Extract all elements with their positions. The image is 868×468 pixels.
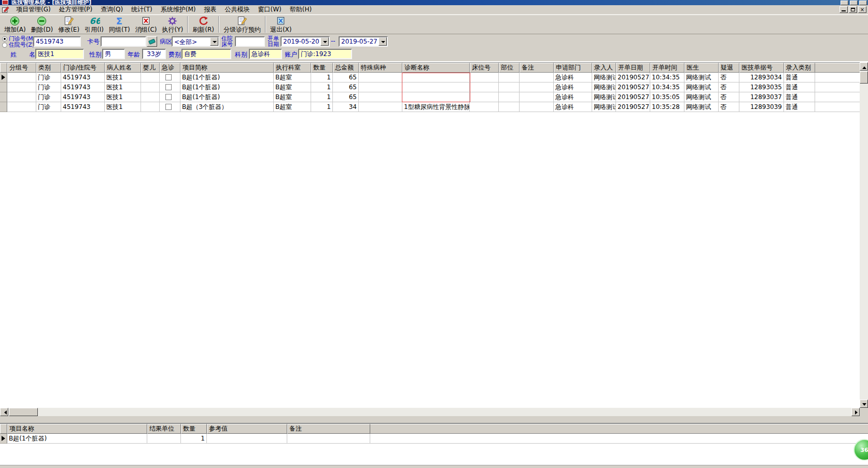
emergency-checkbox[interactable] [165,104,172,110]
category-cell[interactable]: 门诊 [36,73,61,82]
order_date-cell[interactable]: 20190527 [616,73,650,82]
age-field[interactable]: 33岁 [142,49,166,59]
horizontal-scroll-thumb[interactable] [9,408,38,416]
fee-type-field[interactable]: 自费 [181,49,231,59]
vertical-scrollbar[interactable] [860,62,868,408]
item_name-cell[interactable]: B超(1个脏器) [180,92,274,102]
doctor-cell[interactable]: 网络测试 [684,102,719,112]
mdi-close-button[interactable]: × [858,6,866,13]
scroll-down-button[interactable] [860,400,868,408]
refresh-button[interactable]: 刷新(R) [190,15,217,34]
menu-item-system-maintenance[interactable]: 系统维护(M) [157,5,200,15]
row-selector[interactable] [0,73,7,82]
menu-item-reports[interactable]: 报表 [200,5,221,15]
entry_by-cell[interactable]: 网络测试 [592,82,616,92]
order_time-cell[interactable]: 10:34:35 [650,82,684,92]
emergency-checkbox[interactable] [165,94,172,100]
special-cell[interactable] [359,73,402,82]
part-cell[interactable] [499,82,520,92]
patient-no-input[interactable] [33,36,81,47]
qty-cell[interactable]: 1 [311,92,333,102]
req_dept-cell[interactable]: 急诊科 [554,92,592,102]
refund-cell[interactable]: 否 [719,82,739,92]
table-row[interactable]: 门诊4519743医技1B超(1个脏器)B超室165急诊科网络测试2019052… [0,82,860,92]
infant-cell[interactable] [141,92,160,102]
order_date-cell[interactable]: 20190527 [616,82,650,92]
emergency-cell[interactable] [160,82,180,92]
delete-button[interactable]: 删除(D) [29,15,56,34]
patient_name-cell[interactable]: 医技1 [105,102,141,112]
diagnosis-cell[interactable] [402,82,470,92]
unit-cell[interactable] [147,434,181,444]
item_name-cell[interactable]: B超(1个脏器) [180,73,274,82]
vertical-scroll-thumb[interactable] [860,71,868,84]
refund-cell[interactable]: 否 [719,73,739,82]
mdi-minimize-button[interactable] [839,6,848,13]
visit_no-cell[interactable]: 4519743 [61,92,105,102]
emergency-cell[interactable] [160,73,180,82]
inpatient-radio[interactable] [2,43,7,48]
menu-item-prescription-management[interactable]: 处方管理(P) [55,5,97,15]
ungroup-button[interactable]: 消组(C) [133,15,160,34]
triage-appointment-button[interactable]: 分级诊疗预约 [221,15,263,34]
amount-cell[interactable]: 65 [333,73,359,82]
date-from-select[interactable]: 2019-05-20 [281,36,330,47]
account-field[interactable]: 门诊:1923 [298,49,352,59]
order_time-cell[interactable]: 10:35:28 [650,102,684,112]
patient-name-field[interactable]: 医技1 [35,49,84,59]
req_dept-cell[interactable]: 急诊科 [554,73,592,82]
execute-button[interactable]: 执行(Y) [160,15,186,34]
group_no-cell[interactable] [7,102,36,112]
visit_no-cell[interactable]: 4519743 [61,73,105,82]
bed_no-cell[interactable] [470,73,499,82]
entry_by-cell[interactable]: 网络测试 [592,102,616,112]
menu-item-window[interactable]: 窗口(W) [254,5,286,15]
category-cell[interactable]: 门诊 [36,102,61,112]
note-cell[interactable] [520,102,554,112]
doc_no-cell[interactable]: 12893037 [739,92,784,102]
menu-item-help[interactable]: 帮助(H) [286,5,316,15]
menu-item-project-management[interactable]: 项目管理(G) [12,5,55,15]
table-row[interactable]: B超(1个脏器)1 [0,434,868,444]
row-selector[interactable] [0,82,7,92]
order_time-cell[interactable]: 10:35:05 [650,92,684,102]
entry_type-cell[interactable]: 普通 [784,82,815,92]
patient_name-cell[interactable]: 医技1 [105,92,141,102]
qty-cell[interactable]: 1 [311,73,333,82]
doctor-cell[interactable]: 网络测试 [684,73,719,82]
chevron-down-icon[interactable] [320,37,329,46]
amount-cell[interactable]: 34 [333,102,359,112]
exec_dept-cell[interactable]: B超室 [274,102,311,112]
qty-cell[interactable]: 1 [181,434,207,444]
scroll-up-button[interactable] [860,62,868,71]
card-reader-button[interactable] [147,36,157,47]
panel-splitter[interactable] [0,416,868,424]
item_name-cell[interactable]: B超（3个脏器） [180,102,274,112]
row-selector[interactable] [0,102,7,112]
minimize-button[interactable] [841,1,848,5]
quote-button[interactable]: 66 引用(I) [82,15,106,34]
menu-item-public-modules[interactable]: 公共模块 [221,5,254,15]
diagnosis-cell[interactable] [402,92,470,102]
qty-cell[interactable]: 1 [311,102,333,112]
infant-cell[interactable] [141,102,160,112]
entry_type-cell[interactable]: 普通 [784,73,815,82]
entry_by-cell[interactable]: 网络测试 [592,92,616,102]
refund-cell[interactable]: 否 [719,92,739,102]
exec_dept-cell[interactable]: B超室 [274,92,311,102]
patient_name-cell[interactable]: 医技1 [105,73,141,82]
bed_no-cell[interactable] [470,82,499,92]
ref-cell[interactable] [207,434,287,444]
entry_type-cell[interactable]: 普通 [784,92,815,102]
mdi-restore-button[interactable] [849,6,857,13]
card-no-input[interactable] [101,36,146,47]
group-button[interactable]: Σ 同组(T) [106,15,133,34]
modify-button[interactable]: 修改(E) [55,15,82,34]
exec_dept-cell[interactable]: B超室 [274,82,311,92]
emergency-checkbox[interactable] [165,74,172,80]
item_name-cell[interactable]: B超(1个脏器) [180,82,274,92]
infant-cell[interactable] [141,82,160,92]
emergency-cell[interactable] [160,92,180,102]
doc_no-cell[interactable]: 12893034 [739,73,784,82]
order_date-cell[interactable]: 20190527 [616,102,650,112]
